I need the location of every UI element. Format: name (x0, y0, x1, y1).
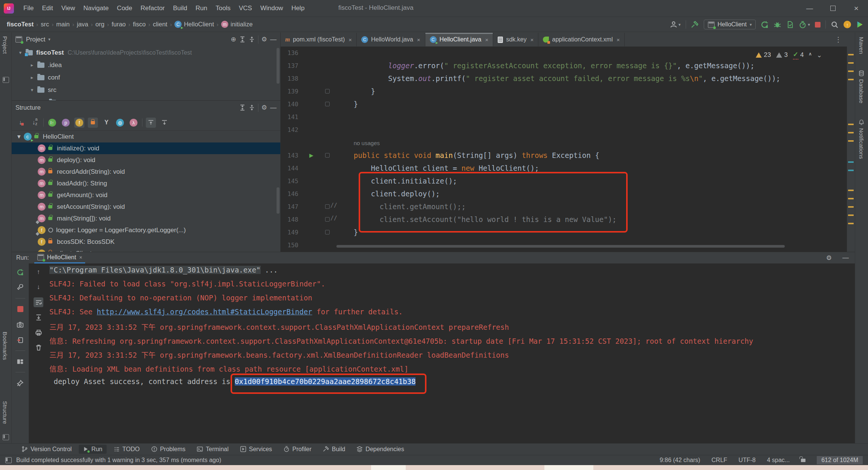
rerun-button[interactable] (761, 21, 769, 29)
settings-gear-button[interactable]: ⚙ (261, 104, 267, 112)
tool-stripe-notifications[interactable]: Notifications (858, 128, 865, 159)
line-number[interactable]: 139 (281, 88, 303, 95)
editor-tab-helloworld-java[interactable]: CHelloWorld.java× (357, 33, 425, 46)
line-number[interactable]: 147 (281, 203, 303, 210)
tool-stripe-structure[interactable]: Structure (2, 401, 8, 424)
tool-window-button-run[interactable]: Run (79, 445, 106, 454)
error-stripe-mark[interactable] (848, 161, 854, 163)
tool-window-switcher-icon[interactable] (5, 457, 12, 463)
line-number[interactable]: 144 (281, 165, 303, 172)
structure-stripe-icon[interactable] (3, 434, 9, 440)
menu-tools[interactable]: Tools (211, 3, 235, 14)
settings-gear-button[interactable]: ⚙ (261, 35, 267, 43)
memory-indicator[interactable]: 612 of 1024M (817, 456, 863, 464)
build-project-button[interactable] (691, 21, 699, 29)
locate-file-button[interactable]: ⊕ (231, 35, 236, 43)
error-stripe-mark[interactable] (848, 132, 854, 133)
scrollbar-thumb[interactable] (277, 187, 280, 214)
structure-item[interactable]: fbcosSDK: BcosSDK (12, 236, 280, 248)
capture-snapshot-button[interactable] (15, 320, 25, 329)
error-stripe-mark[interactable] (848, 79, 854, 80)
menu-run[interactable]: Run (191, 3, 211, 14)
show-non-public-button[interactable] (88, 118, 98, 128)
line-number[interactable]: 142 (281, 126, 303, 133)
structure-item[interactable]: mrecordAddr(String): void (12, 166, 280, 178)
menu-help[interactable]: Help (287, 3, 309, 14)
project-tree-item[interactable]: ▾src (12, 84, 280, 96)
code-editor[interactable]: 23 3 ✓4 ᶺ ⌄ 136137 logger.error(" regist… (281, 46, 847, 252)
pin-tab-button[interactable] (15, 378, 25, 388)
search-everywhere-button[interactable] (831, 21, 839, 29)
chevron-down-icon[interactable]: ▾ (48, 37, 50, 42)
expand-all-button[interactable] (239, 36, 246, 43)
scrollbar-thumb[interactable] (277, 48, 280, 84)
error-stripe-mark[interactable] (848, 198, 854, 199)
error-stripe-mark[interactable] (848, 54, 854, 55)
error-stripe-mark[interactable] (848, 124, 854, 125)
line-number[interactable]: 136 (281, 49, 303, 57)
tool-window-button-terminal[interactable]: Terminal (193, 445, 232, 454)
line-number[interactable]: 148 (281, 216, 303, 223)
tree-chevron-icon[interactable]: ▾ (17, 50, 23, 55)
error-stripe-mark[interactable] (848, 214, 854, 216)
structure-item[interactable]: flogger: Logger = LoggerFactory.getLogge… (12, 224, 280, 236)
code-line[interactable]: 142 (281, 123, 847, 136)
menu-navigate[interactable]: Navigate (79, 3, 113, 14)
tool-window-button-problems[interactable]: Problems (147, 445, 190, 454)
error-stripe-mark[interactable] (848, 140, 854, 142)
hide-panel-button[interactable]: — (842, 254, 849, 262)
project-tree-item[interactable]: ▸conf (12, 71, 280, 84)
line-number[interactable]: 143 (281, 152, 303, 159)
horizontal-scrollbar[interactable] (336, 245, 785, 248)
code-line[interactable]: 141 (281, 110, 847, 123)
tree-chevron-icon[interactable]: ▾ (29, 87, 35, 93)
stop-button[interactable] (15, 304, 25, 314)
breadcrumb-item[interactable]: CHelloClient (174, 21, 214, 28)
file-encoding[interactable]: UTF-8 (738, 457, 755, 464)
line-number[interactable]: 141 (281, 113, 303, 121)
line-number[interactable]: 149 (281, 229, 303, 236)
user-account-button[interactable]: ▾ (670, 21, 681, 28)
breadcrumb-item[interactable]: fiscoTest (7, 21, 34, 28)
update-notification-button[interactable]: ↑ (844, 21, 851, 28)
tool-window-button-dependencies[interactable]: Dependencies (352, 445, 408, 454)
breadcrumb-item[interactable]: java (77, 21, 88, 28)
tool-stripe-database[interactable]: Database (858, 79, 865, 103)
menu-edit[interactable]: Edit (38, 3, 57, 14)
line-number[interactable]: 145 (281, 178, 303, 185)
more-options-icon[interactable]: ⋮ (830, 35, 847, 44)
print-button[interactable] (34, 328, 43, 337)
tree-chevron-icon[interactable]: ▸ (29, 62, 35, 68)
expand-all-button[interactable] (239, 104, 246, 111)
editor-tab-pom-xml-fiscotest-[interactable]: mpom.xml (fiscoTest)× (281, 33, 357, 46)
collapse-all-button[interactable] (249, 104, 255, 111)
tool-stripe-maven[interactable]: Maven (858, 37, 865, 54)
code-line[interactable]: 146 client.deploy(); (281, 187, 847, 200)
show-anonymous-button[interactable]: ◍ (115, 118, 125, 128)
code-line[interactable]: no usages (281, 136, 847, 149)
error-stripe-mark[interactable] (848, 223, 854, 224)
line-separator[interactable]: CRLF (712, 457, 727, 464)
hide-panel-button[interactable]: — (270, 104, 277, 112)
structure-item[interactable]: mgetAmount(): void (12, 189, 280, 201)
structure-item[interactable]: mdeploy(): void (12, 154, 280, 166)
close-button[interactable]: × (845, 0, 868, 17)
breadcrumb-item[interactable]: client (153, 21, 168, 28)
editor-tab-sdk-key[interactable]: sdk.key× (493, 33, 538, 46)
indent-setting[interactable]: 4 spac... (767, 457, 790, 464)
collapse-all-button[interactable] (249, 36, 255, 43)
error-stripe-mark[interactable] (848, 190, 854, 191)
fold-marker-icon[interactable] (325, 204, 330, 209)
code-line[interactable]: 149 } (281, 226, 847, 239)
breadcrumb-item[interactable]: furao (112, 21, 126, 28)
line-number[interactable]: 146 (281, 190, 303, 197)
close-icon[interactable]: × (417, 37, 420, 43)
error-stripe-mark[interactable] (848, 62, 854, 64)
restore-layout-button[interactable] (15, 357, 25, 366)
structure-item[interactable]: ▾cHelloClient (12, 131, 280, 142)
show-lambdas-button[interactable]: λ (128, 118, 139, 128)
code-line[interactable]: 143▶ public static void main(String[] ar… (281, 149, 847, 162)
up-stack-trace-button[interactable]: ↑ (34, 267, 43, 277)
menu-code[interactable]: Code (113, 3, 136, 14)
breadcrumb-item[interactable]: minitialize (221, 21, 253, 28)
